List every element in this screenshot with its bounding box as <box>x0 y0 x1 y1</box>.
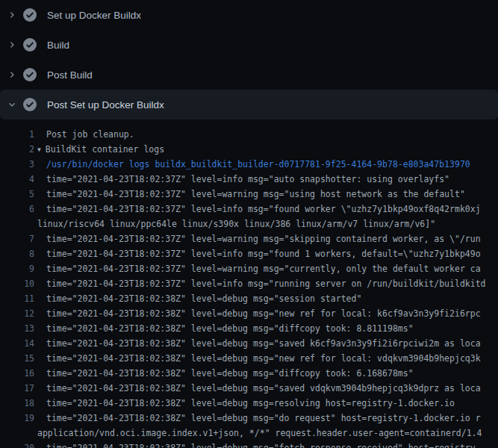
log-line[interactable]: 16 time="2021-04-23T18:02:38Z" level=deb… <box>0 366 498 381</box>
chevron-right-icon[interactable] <box>7 70 16 79</box>
log-line-text: time="2021-04-23T18:02:37Z" level=warnin… <box>34 187 465 202</box>
log-line-number[interactable]: 10 <box>0 276 34 291</box>
log-line-number[interactable]: 17 <box>0 381 34 396</box>
log-line-number[interactable]: 8 <box>0 246 34 261</box>
check-circle-icon <box>23 8 37 22</box>
log-line-number[interactable]: 14 <box>0 336 34 351</box>
log-line-number[interactable]: 11 <box>0 291 34 306</box>
step-title: Build <box>47 40 69 51</box>
check-circle-icon <box>23 98 37 111</box>
log-line-number[interactable]: 12 <box>0 306 34 321</box>
log-line-number[interactable] <box>0 426 34 441</box>
log-line-text: application/vnd.oci.image.index.v1+json,… <box>34 426 482 441</box>
log-line[interactable]: linux/riscv64 linux/ppc64le linux/s390x … <box>0 217 498 231</box>
log-line[interactable]: 12 time="2021-04-23T18:02:38Z" level=deb… <box>0 306 498 321</box>
step-row-post-set-up-docker-buildx[interactable]: Post Set up Docker Buildx <box>0 90 498 119</box>
log-line-number[interactable]: 20 <box>0 441 34 448</box>
log-line-text: time="2021-04-23T18:02:38Z" level=debug … <box>34 441 481 448</box>
group-toggle-icon[interactable]: ▼ <box>37 143 41 157</box>
step-title: Set up Docker Buildx <box>47 10 141 21</box>
log-line-number[interactable]: 13 <box>0 321 34 336</box>
log-line[interactable]: 8 time="2021-04-23T18:02:37Z" level=info… <box>0 246 498 261</box>
log-line-number[interactable]: 19 <box>0 411 34 426</box>
log-line-text: time="2021-04-23T18:02:37Z" level=info m… <box>34 202 481 217</box>
log-line[interactable]: 1 Post job cleanup. <box>0 127 498 142</box>
log-line-text: time="2021-04-23T18:02:38Z" level=debug … <box>34 321 414 336</box>
log-line-number[interactable]: 16 <box>0 366 34 381</box>
log-line-text: time="2021-04-23T18:02:38Z" level=debug … <box>34 306 481 321</box>
log-line-text: time="2021-04-23T18:02:37Z" level=warnin… <box>34 261 481 276</box>
log-line[interactable]: 4 time="2021-04-23T18:02:37Z" level=info… <box>0 172 498 187</box>
log-line-text: time="2021-04-23T18:02:38Z" level=debug … <box>34 351 481 366</box>
log-line-number[interactable]: 2 <box>0 142 34 157</box>
log-line[interactable]: application/vnd.oci.image.index.v1+json,… <box>0 426 498 441</box>
log-line-text: time="2021-04-23T18:02:37Z" level=info m… <box>34 172 449 187</box>
log-line[interactable]: 14 time="2021-04-23T18:02:38Z" level=deb… <box>0 336 498 351</box>
log-line-number[interactable]: 6 <box>0 202 34 217</box>
log-line[interactable]: 18 time="2021-04-23T18:02:38Z" level=deb… <box>0 396 498 411</box>
log-line-number[interactable]: 3 <box>0 157 34 172</box>
step-row-set-up-docker-buildx[interactable]: Set up Docker Buildx <box>0 0 498 30</box>
chevron-down-icon[interactable] <box>7 100 16 109</box>
chevron-right-icon[interactable] <box>7 10 16 19</box>
log-line-text: time="2021-04-23T18:02:38Z" level=debug … <box>34 381 481 396</box>
log-line[interactable]: 5 time="2021-04-23T18:02:37Z" level=warn… <box>0 187 498 202</box>
log-line-text: time="2021-04-23T18:02:38Z" level=debug … <box>34 411 481 426</box>
check-circle-icon <box>23 68 37 81</box>
log-line-text: ▼BuildKit container logs <box>34 142 164 157</box>
log-line[interactable]: 11 time="2021-04-23T18:02:38Z" level=deb… <box>0 291 498 306</box>
log-line-number[interactable]: 9 <box>0 261 34 276</box>
log-line-text: Post job cleanup. <box>34 127 134 142</box>
log-line-text: time="2021-04-23T18:02:37Z" level=info m… <box>34 246 481 261</box>
workflow-steps-list: Set up Docker Buildx Build Post Build Po… <box>0 0 498 119</box>
log-line-text: /usr/bin/docker logs buildx_buildkit_bui… <box>34 157 470 172</box>
log-line-number[interactable]: 7 <box>0 231 34 246</box>
log-line[interactable]: 2 ▼BuildKit container logs <box>0 142 498 157</box>
check-circle-icon <box>23 38 37 52</box>
log-line-number[interactable] <box>0 217 34 231</box>
log-line[interactable]: 17 time="2021-04-23T18:02:38Z" level=deb… <box>0 381 498 396</box>
step-title: Post Set up Docker Buildx <box>47 99 164 111</box>
log-line[interactable]: 9 time="2021-04-23T18:02:37Z" level=warn… <box>0 261 498 276</box>
log-line-number[interactable]: 1 <box>0 127 34 142</box>
log-line-number[interactable]: 18 <box>0 396 34 411</box>
step-row-build[interactable]: Build <box>0 30 498 60</box>
log-line-text: time="2021-04-23T18:02:38Z" level=debug … <box>34 366 414 381</box>
log-line-number[interactable]: 4 <box>0 172 34 187</box>
log-line-number[interactable]: 15 <box>0 351 34 366</box>
log-line[interactable]: 15 time="2021-04-23T18:02:38Z" level=deb… <box>0 351 498 366</box>
log-line[interactable]: 10 time="2021-04-23T18:02:37Z" level=inf… <box>0 276 498 291</box>
step-title: Post Build <box>47 69 93 81</box>
log-line[interactable]: 7 time="2021-04-23T18:02:37Z" level=warn… <box>0 231 498 246</box>
chevron-right-icon[interactable] <box>7 40 16 49</box>
log-line[interactable]: 13 time="2021-04-23T18:02:38Z" level=deb… <box>0 321 498 336</box>
log-line-text: time="2021-04-23T18:02:38Z" level=debug … <box>34 336 481 351</box>
log-line-text: time="2021-04-23T18:02:38Z" level=debug … <box>34 396 455 411</box>
log-line[interactable]: 6 time="2021-04-23T18:02:37Z" level=info… <box>0 202 498 217</box>
log-line-text: time="2021-04-23T18:02:38Z" level=debug … <box>34 291 361 306</box>
step-row-post-build[interactable]: Post Build <box>0 60 498 90</box>
log-line[interactable]: 19 time="2021-04-23T18:02:38Z" level=deb… <box>0 411 498 426</box>
log-area: 1 Post job cleanup. 2 ▼BuildKit containe… <box>0 119 498 448</box>
log-line[interactable]: 3 /usr/bin/docker logs buildx_buildkit_b… <box>0 157 498 172</box>
log-line-text: time="2021-04-23T18:02:37Z" level=info m… <box>34 276 486 291</box>
log-line-number[interactable]: 5 <box>0 187 34 202</box>
log-line-text: time="2021-04-23T18:02:37Z" level=warnin… <box>34 231 481 246</box>
log-line[interactable]: 20 time="2021-04-23T18:02:38Z" level=deb… <box>0 441 498 448</box>
log-line-text: linux/riscv64 linux/ppc64le linux/s390x … <box>34 217 435 231</box>
